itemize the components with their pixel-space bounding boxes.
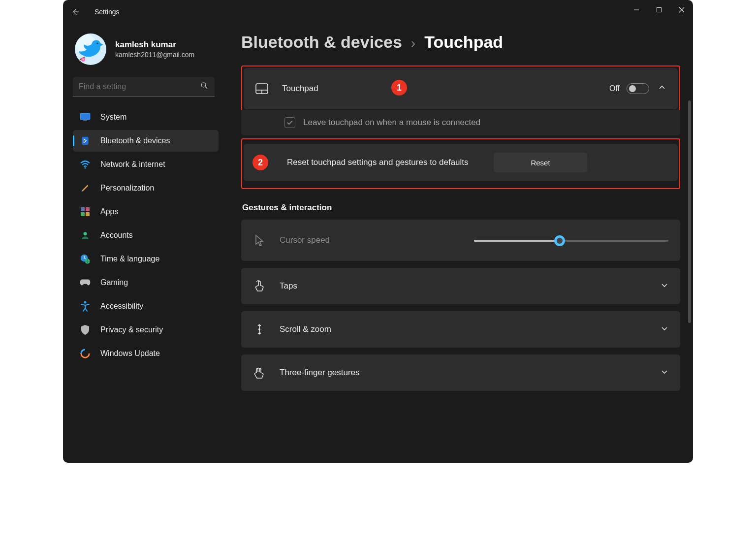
leave-touchpad-on-row[interactable]: Leave touchpad on when a mouse is connec… <box>241 110 680 135</box>
touchpad-toggle[interactable] <box>627 83 649 94</box>
sidebar-item-label: Accessibility <box>100 302 143 311</box>
sidebar-item-label: Bluetooth & devices <box>100 136 170 145</box>
touchpad-icon <box>255 82 268 95</box>
svg-point-1 <box>96 42 98 44</box>
annotation-box-2: 2 Reset touchpad settings and gestures t… <box>241 138 680 189</box>
annotation-badge-1: 1 <box>391 80 407 96</box>
maximize-button[interactable] <box>648 0 670 20</box>
svg-point-4 <box>201 83 206 87</box>
nav: System Bluetooth & devices Network & int… <box>73 106 219 364</box>
sidebar-item-windows-update[interactable]: Windows Update <box>73 343 219 364</box>
search-box[interactable] <box>73 77 215 97</box>
sidebar-item-label: Apps <box>100 207 118 216</box>
minimize-icon <box>633 7 639 13</box>
paintbrush-icon <box>80 183 91 193</box>
cursor-icon <box>253 234 266 247</box>
sidebar-item-apps[interactable]: Apps <box>73 201 219 223</box>
three-finger-label: Three-finger gestures <box>280 368 652 378</box>
svg-point-17 <box>84 301 87 304</box>
back-button[interactable] <box>68 4 83 19</box>
maximize-icon <box>656 7 662 13</box>
svg-point-9 <box>85 167 86 169</box>
shield-icon <box>80 324 91 335</box>
sidebar-item-label: Accounts <box>100 231 133 240</box>
check-icon <box>286 119 293 126</box>
cursor-speed-row: Cursor speed <box>241 220 680 261</box>
window-controls <box>625 0 693 20</box>
chevron-down-icon <box>661 324 668 334</box>
sidebar-item-time-language[interactable]: Time & language <box>73 248 219 270</box>
svg-rect-7 <box>83 121 87 122</box>
sidebar-item-privacy[interactable]: Privacy & security <box>73 319 219 341</box>
gestures-header: Gestures & interaction <box>242 203 680 213</box>
wifi-icon <box>80 159 91 170</box>
scroll-icon <box>253 323 266 336</box>
scroll-zoom-label: Scroll & zoom <box>280 324 652 334</box>
window-title: Settings <box>94 8 120 16</box>
sidebar-item-system[interactable]: System <box>73 106 219 128</box>
taps-label: Taps <box>280 281 652 291</box>
touchpad-row[interactable]: Touchpad 1 Off <box>244 68 678 109</box>
content: Bluetooth & devices › Touchpad Touchpad … <box>221 24 693 463</box>
profile-name: kamlesh kumar <box>115 40 194 50</box>
reset-row: 2 Reset touchpad settings and gestures t… <box>244 144 678 181</box>
sidebar-item-gaming[interactable]: Gaming <box>73 272 219 293</box>
settings-window: Settings kamlesh kumar kamlesh20 <box>63 0 693 463</box>
sidebar-item-label: Network & internet <box>100 160 165 169</box>
annotation-box-1: Touchpad 1 Off <box>241 65 680 112</box>
svg-point-14 <box>84 232 87 235</box>
leave-on-label: Leave touchpad on when a mouse is connec… <box>303 118 480 128</box>
search-input[interactable] <box>79 82 200 91</box>
svg-rect-10 <box>81 207 85 211</box>
svg-point-3 <box>83 59 84 61</box>
touchpad-toggle-group: Off <box>609 83 649 94</box>
scroll-zoom-row[interactable]: Scroll & zoom <box>241 311 680 348</box>
sidebar-item-network[interactable]: Network & internet <box>73 154 219 175</box>
sidebar-item-accessibility[interactable]: Accessibility <box>73 295 219 317</box>
titlebar: Settings <box>63 0 693 24</box>
svg-rect-11 <box>86 207 90 211</box>
cursor-speed-slider[interactable] <box>474 235 668 245</box>
gamepad-icon <box>80 277 91 288</box>
reset-button[interactable]: Reset <box>494 153 587 172</box>
minimize-button[interactable] <box>625 0 648 20</box>
accessibility-icon <box>80 301 91 312</box>
profile-email: kamlesh2011@gmail.com <box>115 51 194 59</box>
chevron-right-icon: › <box>411 35 415 51</box>
touchpad-label: Touchpad <box>282 84 609 94</box>
monitor-icon <box>80 112 91 123</box>
hand-icon <box>253 366 266 379</box>
annotation-badge-2: 2 <box>252 155 268 170</box>
arrow-left-icon <box>71 7 80 16</box>
sidebar-item-accounts[interactable]: Accounts <box>73 225 219 246</box>
avatar-bird-icon <box>75 33 106 65</box>
reset-label: Reset touchpad settings and gestures to … <box>287 157 494 168</box>
svg-point-21 <box>258 328 260 330</box>
svg-rect-5 <box>80 113 90 120</box>
profile[interactable]: kamlesh kumar kamlesh2011@gmail.com <box>73 31 219 77</box>
person-icon <box>80 230 91 241</box>
svg-rect-0 <box>657 8 662 12</box>
taps-row[interactable]: Taps <box>241 268 680 304</box>
clock-globe-icon <box>80 254 91 264</box>
sidebar-item-label: System <box>100 113 126 122</box>
three-finger-row[interactable]: Three-finger gestures <box>241 354 680 391</box>
scrollbar[interactable] <box>688 100 691 323</box>
cursor-speed-label: Cursor speed <box>280 235 474 245</box>
sidebar-item-bluetooth-devices[interactable]: Bluetooth & devices <box>73 130 219 152</box>
bluetooth-icon <box>80 135 91 146</box>
sidebar: kamlesh kumar kamlesh2011@gmail.com Syst… <box>63 24 221 463</box>
reset-button-label: Reset <box>531 159 550 167</box>
sidebar-item-label: Privacy & security <box>100 325 163 334</box>
svg-rect-8 <box>82 137 88 145</box>
slider-thumb[interactable] <box>554 235 565 246</box>
sidebar-item-personalization[interactable]: Personalization <box>73 177 219 199</box>
chevron-up-icon[interactable] <box>658 84 666 94</box>
svg-rect-12 <box>81 212 85 216</box>
breadcrumb-parent[interactable]: Bluetooth & devices <box>241 32 402 52</box>
search-icon <box>200 81 209 92</box>
update-icon <box>80 348 91 359</box>
leave-on-checkbox[interactable] <box>284 117 295 128</box>
sidebar-item-label: Gaming <box>100 278 128 287</box>
close-button[interactable] <box>670 0 693 20</box>
